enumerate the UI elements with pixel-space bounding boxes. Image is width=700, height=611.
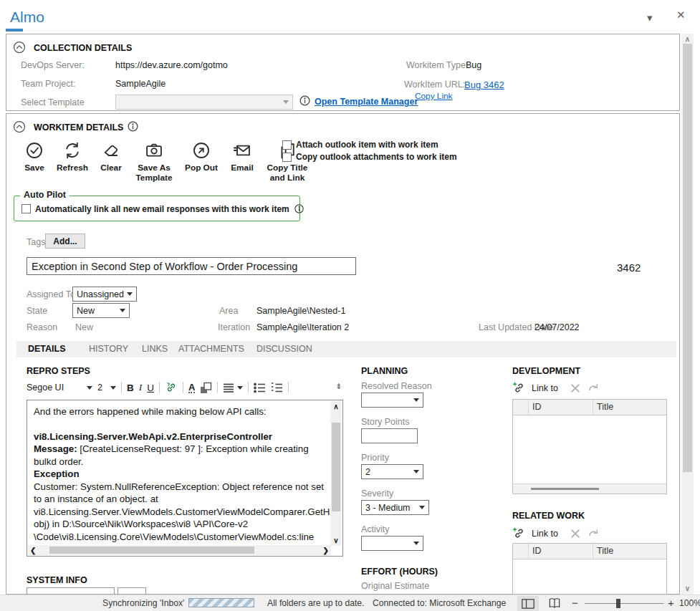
severity-dropdown[interactable]: 3 - Medium	[361, 500, 429, 515]
collapse-section-icon[interactable]	[12, 120, 27, 137]
info-icon[interactable]	[294, 203, 305, 214]
priority-dropdown[interactable]: 2	[361, 464, 423, 479]
repro-steps-editor[interactable]: And the errors happened while making bel…	[27, 400, 343, 557]
area-value: SampleAgile\Nested-1	[256, 306, 345, 316]
font-family-dropdown[interactable]: Segoe UI	[27, 383, 92, 393]
scroll-up-icon[interactable]: ∧	[330, 403, 342, 410]
delete-link-icon[interactable]	[570, 383, 581, 394]
horizontal-scrollbar[interactable]: ❮ ❯	[28, 545, 331, 555]
insert-image-icon[interactable]	[200, 382, 212, 394]
add-tag-button[interactable]: Add...	[45, 234, 85, 249]
rte-more-icon[interactable]: ⇟	[335, 382, 342, 391]
link-to-label[interactable]: Link to	[532, 529, 558, 539]
iteration-label: Iteration	[218, 322, 250, 332]
clear-button[interactable]: Clear	[97, 140, 125, 173]
scrollbar-thumb[interactable]	[683, 44, 692, 472]
scrollbar-thumb[interactable]	[332, 423, 340, 511]
collapse-section-icon[interactable]	[12, 40, 27, 57]
tab-attachments[interactable]: ATTACHMENTS	[178, 341, 244, 357]
workitem-url-link[interactable]: Bug 3462	[464, 80, 504, 90]
story-points-input[interactable]	[361, 428, 418, 443]
auto-pilot-checkbox[interactable]	[21, 204, 31, 213]
italic-button[interactable]: I	[139, 382, 143, 393]
underline-button[interactable]: U	[147, 383, 154, 393]
column-header-title[interactable]: Title	[593, 544, 666, 559]
zoom-slider-track[interactable]	[585, 603, 663, 604]
zoom-out-icon[interactable]: −	[572, 597, 578, 609]
scroll-down-icon[interactable]: ∨	[330, 537, 342, 544]
open-link-icon[interactable]	[587, 382, 600, 395]
pop-out-icon	[191, 140, 211, 160]
repro-steps-heading: REPRO STEPS	[27, 366, 90, 376]
link-to-label[interactable]: Link to	[532, 383, 558, 393]
workitem-toolbar: Save Refresh Clear	[21, 140, 310, 183]
tab-links[interactable]: LINKS	[142, 341, 168, 357]
zoom-slider-thumb[interactable]	[616, 599, 620, 608]
tab-discussion[interactable]: DISCUSSION	[256, 341, 312, 357]
numbered-list-icon[interactable]	[271, 383, 283, 393]
book-icon	[547, 597, 562, 609]
vertical-scrollbar[interactable]: ∧ ∨	[330, 401, 342, 546]
page-title: Almo	[10, 9, 44, 26]
column-header-id[interactable]: ID	[529, 544, 593, 559]
column-header-id[interactable]: ID	[529, 400, 593, 415]
page-vertical-scrollbar[interactable]: ∧ ∨	[681, 34, 694, 595]
info-icon[interactable]	[127, 120, 139, 135]
last-updated-value: 24/07/2022	[534, 322, 580, 332]
add-link-icon[interactable]	[512, 381, 526, 395]
scroll-right-icon[interactable]: ❯	[323, 547, 329, 554]
tab-history[interactable]: HISTORY	[89, 341, 128, 357]
bold-button[interactable]: B	[127, 383, 134, 393]
font-size-dropdown[interactable]: 2	[97, 383, 116, 393]
title-input[interactable]	[27, 257, 356, 275]
scrollbar-thumb[interactable]	[49, 547, 254, 554]
email-button[interactable]: Email	[228, 140, 256, 173]
pop-out-button[interactable]: Pop Out	[183, 140, 220, 173]
reading-view-button[interactable]	[547, 597, 562, 611]
workitem-type-value: Bug	[466, 60, 481, 70]
scroll-down-icon[interactable]: ∨	[681, 584, 694, 592]
tab-details[interactable]: DETAILS	[28, 341, 66, 357]
collection-details-heading: COLLECTION DETAILS	[34, 43, 132, 53]
chevron-down-icon[interactable]: ▾	[647, 11, 653, 24]
assigned-to-label: Assigned To	[27, 289, 75, 299]
column-header-title[interactable]: Title	[593, 400, 666, 415]
delete-link-icon[interactable]	[570, 528, 581, 539]
table-horizontal-scrollbar[interactable]	[513, 483, 666, 494]
state-dropdown[interactable]: New	[72, 303, 130, 318]
related-work-heading: RELATED WORK	[512, 511, 585, 521]
bullet-list-icon[interactable]	[254, 383, 266, 393]
workitem-url-label: WorkItem URL:	[404, 80, 465, 90]
add-link-icon[interactable]	[512, 526, 526, 540]
zoom-in-icon[interactable]: +	[668, 597, 674, 609]
open-link-icon[interactable]	[587, 527, 600, 540]
assigned-to-dropdown[interactable]: Unassigned	[72, 287, 137, 302]
insert-link-icon[interactable]	[165, 381, 178, 394]
save-button[interactable]: Save	[21, 140, 48, 173]
scroll-up-icon[interactable]: ∧	[681, 35, 694, 43]
save-icon	[24, 140, 44, 160]
normal-view-button[interactable]	[517, 596, 539, 611]
zoom-level[interactable]: 100%	[679, 598, 700, 608]
development-table[interactable]: ID Title	[512, 399, 667, 494]
scrollbar-thumb[interactable]	[531, 488, 599, 490]
scroll-left-icon[interactable]: ❮	[30, 547, 36, 554]
original-estimate-label: Original Estimate	[361, 581, 429, 591]
team-project-label: Team Project:	[21, 79, 75, 89]
save-as-template-button[interactable]: Save As Template	[133, 140, 175, 183]
activity-dropdown[interactable]	[361, 536, 423, 551]
info-icon[interactable]	[299, 95, 311, 110]
align-dropdown-icon[interactable]	[223, 383, 243, 393]
copy-outlook-attachments-checkbox[interactable]	[282, 153, 292, 162]
font-color-icon[interactable]: A	[188, 383, 195, 393]
refresh-button[interactable]: Refresh	[56, 140, 89, 173]
email-icon	[232, 140, 252, 160]
related-work-table[interactable]: ID Title	[512, 543, 667, 595]
select-template-dropdown[interactable]	[115, 95, 293, 110]
open-template-manager-link[interactable]: Open Template Manager	[315, 97, 418, 107]
copy-link-button[interactable]: Copy Link	[415, 91, 452, 101]
close-icon[interactable]: ✕	[676, 9, 686, 21]
status-bar: Synchronizing 'Inbox' All folders are up…	[0, 595, 700, 611]
attach-outlook-item-checkbox[interactable]	[282, 140, 292, 150]
resolved-reason-dropdown[interactable]	[361, 393, 423, 408]
